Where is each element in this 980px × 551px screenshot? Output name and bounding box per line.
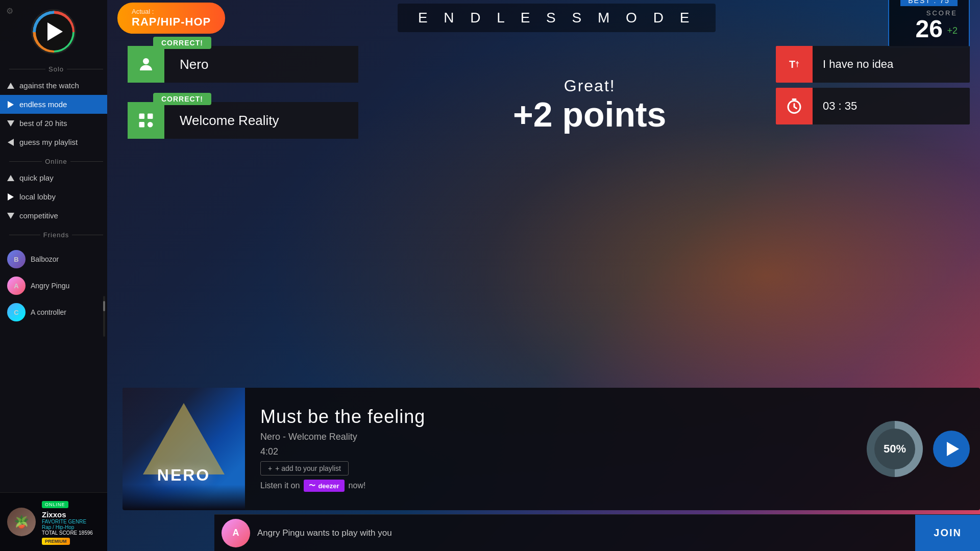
profile-name: Zixxos — [42, 510, 100, 519]
actual-badge: Actual : RAP/HIP-HOP — [117, 3, 225, 34]
correct-badge-artist: CORRECT! — [153, 37, 211, 49]
feedback-great: Great! — [513, 77, 666, 95]
sidebar-item-best-of-20-hits[interactable]: best of 20 hits — [0, 114, 107, 133]
listen-line: Listen it on 〜 deezer now! — [260, 480, 851, 492]
deezer-wave-icon: 〜 — [309, 481, 315, 490]
timer-display: 03 : 35 — [776, 88, 970, 124]
sidebar-item-local-lobby[interactable]: local lobby — [0, 187, 107, 206]
text-icon: T† — [776, 46, 813, 83]
tri-left-icon — [7, 139, 14, 146]
no-idea-label: I have no idea — [813, 46, 970, 83]
friend-item-a-controller[interactable]: C A controller — [0, 299, 107, 325]
svg-rect-2 — [148, 114, 153, 119]
actual-genre: RAP/HIP-HOP — [132, 15, 211, 29]
answer-icon-album — [128, 102, 164, 139]
svg-point-4 — [148, 122, 153, 128]
deezer-badge[interactable]: 〜 deezer — [304, 480, 344, 492]
gear-icon[interactable]: ⚙ — [6, 6, 13, 16]
friend-item-balbozor[interactable]: B Balbozor — [0, 246, 107, 272]
app-logo[interactable] — [31, 9, 76, 54]
pyramid-art — [143, 403, 225, 474]
online-section-label: Online — [0, 152, 107, 168]
friend-item-angry-pingu[interactable]: A Angry Pingu — [0, 272, 107, 299]
song-artist-album: Nero - Welcome Reality — [260, 432, 851, 442]
correct-badge-album: CORRECT! — [153, 93, 211, 105]
sidebar-item-competitive[interactable]: competitive — [0, 206, 107, 225]
main-content: Actual : RAP/HIP-HOP E N D L E S S M O D… — [107, 0, 980, 551]
notification-bar: A Angry Pingu wants to play with you JOI… — [214, 514, 980, 551]
profile-info: ONLINE Zixxos FAVORITE GENRE Rap / Hip-H… — [42, 499, 100, 545]
song-card: NERO Must be the feeling Nero - Welcome … — [122, 388, 980, 510]
mode-title: E N D L E S S M O D E — [398, 4, 716, 32]
premium-badge: PREMIUM — [42, 538, 70, 545]
answer-text-artist: Nero — [164, 46, 358, 83]
clock-icon — [785, 97, 803, 115]
tri-right-icon — [7, 101, 14, 108]
timer-icon — [776, 88, 813, 124]
profile-fav-genre: FAVORITE GENRE Rap / Hip-Hop — [42, 519, 100, 530]
sidebar-item-label: against the watch — [19, 81, 79, 90]
right-panel: T† I have no idea 03 : 35 — [766, 36, 980, 135]
add-playlist-label: + add to your playlist — [275, 464, 341, 472]
bottom-profile: 🪴 ONLINE Zixxos FAVORITE GENRE Rap / Hip… — [0, 492, 107, 551]
progress-circle-inner: 50% — [874, 429, 915, 469]
actual-label: Actual : — [132, 8, 211, 15]
top-bar: Actual : RAP/HIP-HOP E N D L E S S M O D… — [107, 0, 980, 36]
friends-list: B Balbozor A Angry Pingu C A controller — [0, 246, 107, 325]
score-delta: +2 — [947, 26, 958, 36]
sidebar-item-guess-my-playlist[interactable]: guess my playlist — [0, 133, 107, 152]
add-to-playlist-button[interactable]: + + add to your playlist — [260, 461, 349, 475]
sidebar-item-against-the-watch[interactable]: against the watch — [0, 76, 107, 95]
sidebar-item-endless-mode[interactable]: endless mode — [0, 95, 107, 114]
friend-avatar-angry-pingu: A — [7, 277, 26, 295]
listen-suffix: now! — [349, 481, 366, 490]
answer-icon-person — [128, 46, 164, 83]
logo-play-icon — [47, 22, 63, 41]
sidebar-item-label: endless mode — [19, 100, 67, 109]
online-badge: ONLINE — [42, 501, 68, 508]
profile-score: TOTAL SCORE 18596 — [42, 530, 100, 536]
timer-value: 03 : 35 — [813, 88, 970, 124]
svg-rect-1 — [139, 114, 145, 119]
progress-circle: 50% — [867, 421, 923, 477]
friend-avatar-a-controller: C — [7, 303, 26, 321]
sidebar-item-label: guess my playlist — [19, 138, 78, 146]
svg-point-0 — [143, 58, 149, 64]
scrollbar-thumb[interactable] — [103, 301, 105, 311]
friend-name-balbozor: Balbozor — [31, 255, 59, 263]
solo-section-label: Solo — [0, 59, 107, 76]
tri-up-icon — [7, 82, 14, 89]
logo-area — [0, 0, 107, 59]
friend-name-angry-pingu: Angry Pingu — [31, 282, 69, 290]
sidebar-item-label: quick play — [19, 173, 54, 182]
album-icon — [137, 111, 155, 130]
tri-down-icon — [7, 120, 14, 127]
play-icon — [947, 442, 959, 456]
feedback-points: +2 points — [513, 95, 666, 134]
person-icon — [137, 55, 155, 73]
svg-rect-3 — [139, 122, 145, 128]
notification-avatar: A — [222, 519, 250, 547]
friend-name-a-controller: A controller — [31, 308, 66, 316]
profile-avatar: 🪴 — [7, 508, 36, 536]
sidebar-item-quick-play[interactable]: quick play — [0, 168, 107, 187]
artist-name-art: NERO — [122, 466, 245, 485]
tri-down-icon-online — [7, 212, 14, 219]
listen-label: Listen it on — [260, 481, 300, 490]
play-button[interactable] — [933, 431, 970, 467]
progress-percent: 50% — [884, 442, 906, 456]
tri-up-icon-online — [7, 174, 14, 182]
song-duration: 4:02 — [260, 446, 851, 457]
plus-icon: + — [268, 464, 272, 472]
sidebar-item-label: local lobby — [19, 192, 56, 201]
join-button[interactable]: JOIN — [915, 515, 980, 552]
song-info: Must be the feeling Nero - Welcome Reali… — [245, 391, 867, 507]
sidebar-item-label: best of 20 hits — [19, 119, 67, 128]
no-idea-button[interactable]: T† I have no idea — [776, 46, 970, 83]
friend-avatar-balbozor: B — [7, 250, 26, 268]
feedback-area: Great! +2 points — [513, 77, 666, 134]
sidebar: Solo against the watch endless mode best… — [0, 0, 107, 551]
deezer-label: deezer — [318, 482, 339, 490]
notification-text: Angry Pingu wants to play with you — [257, 528, 915, 538]
answer-text-album: Welcome Reality — [164, 102, 358, 139]
